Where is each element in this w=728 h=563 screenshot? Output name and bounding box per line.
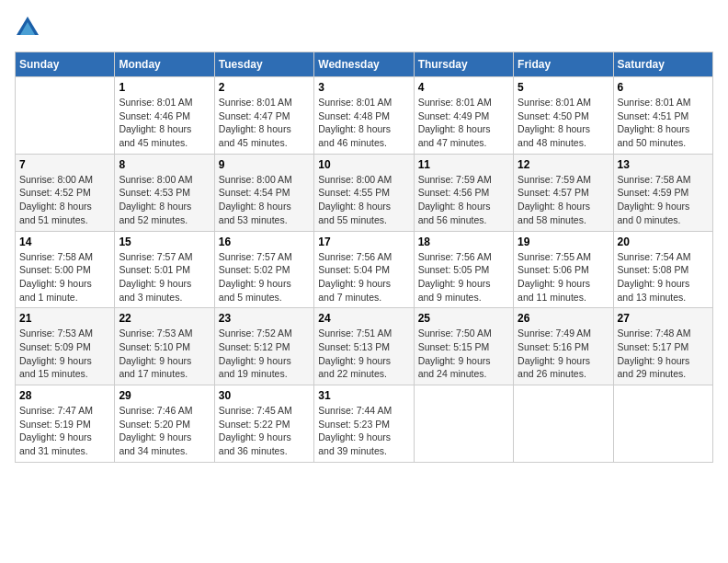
week-row-3: 14Sunrise: 7:58 AMSunset: 5:00 PMDayligh… <box>16 231 713 308</box>
weekday-header-tuesday: Tuesday <box>214 52 313 77</box>
day-info: Sunrise: 7:47 AMSunset: 5:19 PMDaylight:… <box>19 404 110 458</box>
day-info: Sunrise: 8:01 AMSunset: 4:51 PMDaylight:… <box>618 96 709 150</box>
day-number: 14 <box>19 236 110 248</box>
calendar-cell: 21Sunrise: 7:53 AMSunset: 5:09 PMDayligh… <box>16 308 115 385</box>
day-info: Sunrise: 7:56 AMSunset: 5:05 PMDaylight:… <box>418 250 509 304</box>
day-number: 3 <box>318 81 409 94</box>
week-row-5: 28Sunrise: 7:47 AMSunset: 5:19 PMDayligh… <box>16 385 713 463</box>
day-info: Sunrise: 8:00 AMSunset: 4:55 PMDaylight:… <box>318 173 409 227</box>
calendar-cell: 15Sunrise: 7:57 AMSunset: 5:01 PMDayligh… <box>115 231 214 308</box>
weekday-header-monday: Monday <box>115 52 214 77</box>
day-info: Sunrise: 7:51 AMSunset: 5:13 PMDaylight:… <box>318 327 409 381</box>
day-number: 31 <box>318 389 409 402</box>
calendar-cell <box>414 385 513 463</box>
day-info: Sunrise: 7:52 AMSunset: 5:12 PMDaylight:… <box>219 327 310 381</box>
day-number: 15 <box>119 236 210 248</box>
day-info: Sunrise: 7:56 AMSunset: 5:04 PMDaylight:… <box>318 250 409 304</box>
calendar-cell: 29Sunrise: 7:46 AMSunset: 5:20 PMDayligh… <box>115 385 214 463</box>
day-number: 24 <box>318 312 409 325</box>
day-info: Sunrise: 7:53 AMSunset: 5:10 PMDaylight:… <box>119 327 210 381</box>
calendar-cell: 12Sunrise: 7:59 AMSunset: 4:57 PMDayligh… <box>514 154 613 231</box>
day-info: Sunrise: 8:00 AMSunset: 4:52 PMDaylight:… <box>19 173 110 227</box>
calendar-cell <box>16 77 115 155</box>
day-number: 29 <box>119 389 210 402</box>
day-number: 19 <box>518 236 609 248</box>
day-number: 6 <box>618 81 709 94</box>
day-info: Sunrise: 8:00 AMSunset: 4:53 PMDaylight:… <box>119 173 210 227</box>
day-info: Sunrise: 7:53 AMSunset: 5:09 PMDaylight:… <box>19 327 110 381</box>
day-number: 13 <box>618 158 709 171</box>
day-info: Sunrise: 7:45 AMSunset: 5:22 PMDaylight:… <box>219 404 310 458</box>
day-info: Sunrise: 8:01 AMSunset: 4:50 PMDaylight:… <box>518 96 609 150</box>
calendar-cell: 24Sunrise: 7:51 AMSunset: 5:13 PMDayligh… <box>314 308 414 385</box>
day-info: Sunrise: 7:55 AMSunset: 5:06 PMDaylight:… <box>518 250 609 304</box>
day-number: 16 <box>219 236 310 248</box>
calendar-cell: 19Sunrise: 7:55 AMSunset: 5:06 PMDayligh… <box>514 231 613 308</box>
calendar-cell: 11Sunrise: 7:59 AMSunset: 4:56 PMDayligh… <box>414 154 513 231</box>
weekday-header-row: SundayMondayTuesdayWednesdayThursdayFrid… <box>16 52 713 77</box>
weekday-header-thursday: Thursday <box>414 52 513 77</box>
weekday-header-sunday: Sunday <box>16 52 115 77</box>
day-number: 5 <box>518 81 609 94</box>
page-header <box>15 15 713 40</box>
calendar-cell: 7Sunrise: 8:00 AMSunset: 4:52 PMDaylight… <box>16 154 115 231</box>
calendar-cell: 1Sunrise: 8:01 AMSunset: 4:46 PMDaylight… <box>115 77 214 155</box>
day-number: 10 <box>318 158 409 171</box>
logo-icon <box>15 15 40 40</box>
day-number: 2 <box>219 81 310 94</box>
day-info: Sunrise: 7:57 AMSunset: 5:02 PMDaylight:… <box>219 250 310 304</box>
weekday-header-saturday: Saturday <box>613 52 712 77</box>
day-info: Sunrise: 7:57 AMSunset: 5:01 PMDaylight:… <box>119 250 210 304</box>
calendar-cell: 17Sunrise: 7:56 AMSunset: 5:04 PMDayligh… <box>314 231 414 308</box>
calendar-cell: 23Sunrise: 7:52 AMSunset: 5:12 PMDayligh… <box>214 308 313 385</box>
calendar-cell: 25Sunrise: 7:50 AMSunset: 5:15 PMDayligh… <box>414 308 513 385</box>
calendar-cell: 26Sunrise: 7:49 AMSunset: 5:16 PMDayligh… <box>514 308 613 385</box>
day-info: Sunrise: 7:46 AMSunset: 5:20 PMDaylight:… <box>119 404 210 458</box>
calendar-cell: 27Sunrise: 7:48 AMSunset: 5:17 PMDayligh… <box>613 308 712 385</box>
day-info: Sunrise: 8:01 AMSunset: 4:47 PMDaylight:… <box>219 96 310 150</box>
day-number: 4 <box>418 81 509 94</box>
day-number: 23 <box>219 312 310 325</box>
day-info: Sunrise: 7:58 AMSunset: 4:59 PMDaylight:… <box>618 173 709 227</box>
calendar-cell: 28Sunrise: 7:47 AMSunset: 5:19 PMDayligh… <box>16 385 115 463</box>
day-info: Sunrise: 8:01 AMSunset: 4:48 PMDaylight:… <box>318 96 409 150</box>
calendar-cell: 16Sunrise: 7:57 AMSunset: 5:02 PMDayligh… <box>214 231 313 308</box>
day-number: 9 <box>219 158 310 171</box>
day-info: Sunrise: 7:44 AMSunset: 5:23 PMDaylight:… <box>318 404 409 458</box>
day-info: Sunrise: 7:49 AMSunset: 5:16 PMDaylight:… <box>518 327 609 381</box>
calendar-table: SundayMondayTuesdayWednesdayThursdayFrid… <box>15 52 713 463</box>
day-info: Sunrise: 7:54 AMSunset: 5:08 PMDaylight:… <box>618 250 709 304</box>
calendar-cell: 22Sunrise: 7:53 AMSunset: 5:10 PMDayligh… <box>115 308 214 385</box>
day-number: 20 <box>618 236 709 248</box>
calendar-cell: 8Sunrise: 8:00 AMSunset: 4:53 PMDaylight… <box>115 154 214 231</box>
calendar-cell: 18Sunrise: 7:56 AMSunset: 5:05 PMDayligh… <box>414 231 513 308</box>
weekday-header-friday: Friday <box>514 52 613 77</box>
logo <box>15 15 44 40</box>
day-number: 25 <box>418 312 509 325</box>
calendar-cell: 10Sunrise: 8:00 AMSunset: 4:55 PMDayligh… <box>314 154 414 231</box>
day-number: 27 <box>618 312 709 325</box>
day-number: 17 <box>318 236 409 248</box>
calendar-cell: 5Sunrise: 8:01 AMSunset: 4:50 PMDaylight… <box>514 77 613 155</box>
calendar-cell: 14Sunrise: 7:58 AMSunset: 5:00 PMDayligh… <box>16 231 115 308</box>
day-number: 26 <box>518 312 609 325</box>
day-number: 1 <box>119 81 210 94</box>
calendar-cell: 13Sunrise: 7:58 AMSunset: 4:59 PMDayligh… <box>613 154 712 231</box>
week-row-1: 1Sunrise: 8:01 AMSunset: 4:46 PMDaylight… <box>16 77 713 155</box>
day-info: Sunrise: 7:58 AMSunset: 5:00 PMDaylight:… <box>19 250 110 304</box>
day-number: 18 <box>418 236 509 248</box>
calendar-cell <box>514 385 613 463</box>
day-number: 28 <box>19 389 110 402</box>
calendar-cell: 6Sunrise: 8:01 AMSunset: 4:51 PMDaylight… <box>613 77 712 155</box>
day-info: Sunrise: 7:48 AMSunset: 5:17 PMDaylight:… <box>618 327 709 381</box>
day-number: 7 <box>19 158 110 171</box>
calendar-cell: 31Sunrise: 7:44 AMSunset: 5:23 PMDayligh… <box>314 385 414 463</box>
calendar-cell: 9Sunrise: 8:00 AMSunset: 4:54 PMDaylight… <box>214 154 313 231</box>
day-info: Sunrise: 8:01 AMSunset: 4:49 PMDaylight:… <box>418 96 509 150</box>
calendar-cell: 20Sunrise: 7:54 AMSunset: 5:08 PMDayligh… <box>613 231 712 308</box>
day-info: Sunrise: 7:59 AMSunset: 4:56 PMDaylight:… <box>418 173 509 227</box>
day-number: 11 <box>418 158 509 171</box>
day-info: Sunrise: 7:59 AMSunset: 4:57 PMDaylight:… <box>518 173 609 227</box>
weekday-header-wednesday: Wednesday <box>314 52 414 77</box>
calendar-cell <box>613 385 712 463</box>
